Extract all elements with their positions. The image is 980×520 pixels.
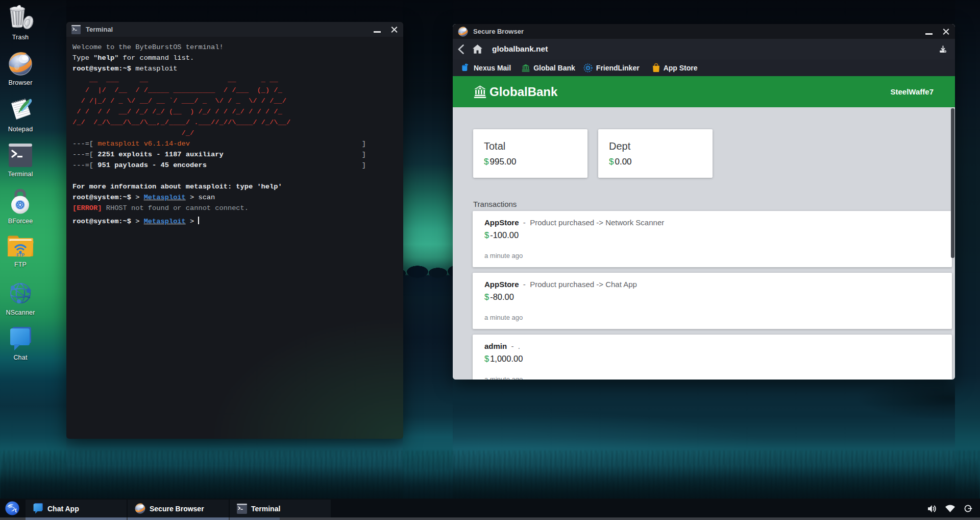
svg-text:FTP: FTP <box>16 252 24 257</box>
